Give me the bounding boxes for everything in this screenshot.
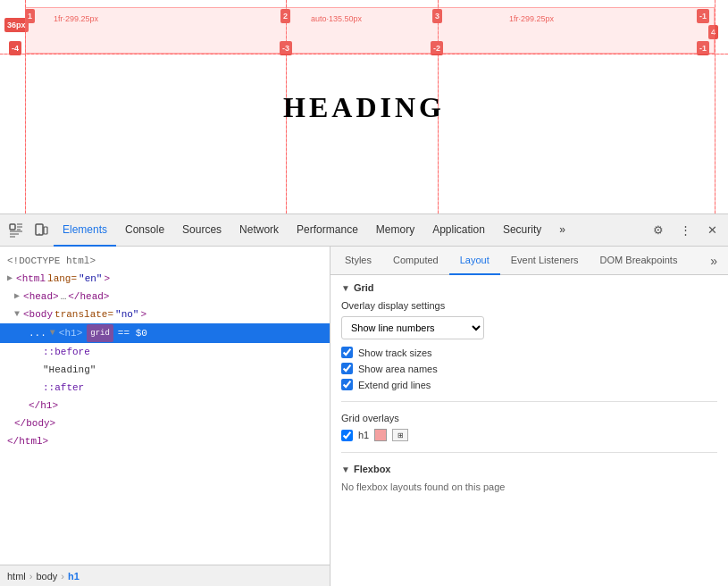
expand-arrow: ▶ bbox=[7, 271, 13, 287]
overlay-h1-checkbox[interactable] bbox=[341, 430, 353, 441]
html-tag-close: > bbox=[104, 271, 110, 287]
overlay-grid-icon[interactable]: ⊞ bbox=[392, 429, 408, 441]
breadcrumb-bar: html › body › h1 bbox=[0, 565, 330, 586]
panel-tabs: Styles Computed Layout Event Listeners D… bbox=[331, 247, 728, 275]
head-arrow: ▶ bbox=[14, 289, 20, 305]
line-numbers-dropdown[interactable]: Show line numbers Show track sizes Hide … bbox=[341, 316, 484, 339]
panel-tab-event-listeners[interactable]: Event Listeners bbox=[500, 247, 590, 275]
device-toggle-button[interactable] bbox=[29, 218, 54, 243]
h1-arrow: ▼ bbox=[50, 325, 55, 341]
lang-val: "en" bbox=[79, 271, 102, 287]
grid-section-header[interactable]: ▼ Grid bbox=[341, 282, 717, 293]
extend-grid-checkbox[interactable] bbox=[341, 379, 353, 390]
close-button[interactable]: ✕ bbox=[699, 218, 724, 243]
panel-tab-styles[interactable]: Styles bbox=[334, 247, 382, 275]
flexbox-section-title: Flexbox bbox=[354, 464, 391, 474]
breadcrumb-body[interactable]: body bbox=[36, 571, 57, 582]
preview-area: 36px 1fr·299.25px auto·135.50px 1fr·299.… bbox=[0, 0, 728, 214]
elem-doctype[interactable]: <!DOCTYPE html> bbox=[0, 252, 330, 270]
elem-body-close[interactable]: </body> bbox=[0, 414, 330, 432]
translate-attr: translate= bbox=[54, 306, 113, 322]
translate-val: "no" bbox=[115, 306, 138, 322]
overlay-color-swatch[interactable] bbox=[374, 429, 387, 441]
area-names-checkbox[interactable] bbox=[341, 363, 353, 374]
section-divider-1 bbox=[341, 401, 717, 402]
checkbox-track-sizes: Show track sizes bbox=[341, 347, 717, 358]
elem-head[interactable]: ▶ <head> … </head> bbox=[0, 288, 330, 306]
tab-performance[interactable]: Performance bbox=[288, 214, 367, 247]
lang-attr: lang= bbox=[47, 271, 77, 287]
breadcrumb-sep1: › bbox=[29, 571, 33, 582]
extend-grid-label: Extend grid lines bbox=[358, 380, 431, 390]
tab-security[interactable]: Security bbox=[494, 214, 550, 247]
area-names-label: Show area names bbox=[358, 364, 438, 374]
body-arrow: ▼ bbox=[14, 306, 20, 322]
panel-tab-more[interactable]: » bbox=[703, 254, 724, 268]
svg-point-3 bbox=[38, 233, 40, 235]
panel-tab-computed[interactable]: Computed bbox=[382, 247, 449, 275]
elements-panel: <!DOCTYPE html> ▶ <html lang= "en" > ▶ <… bbox=[0, 247, 331, 586]
tab-memory[interactable]: Memory bbox=[367, 214, 423, 247]
h1-equals: == $0 bbox=[118, 325, 147, 341]
elem-after[interactable]: ::after bbox=[0, 379, 330, 397]
head-ellipsis: … bbox=[61, 289, 67, 305]
tab-more[interactable]: » bbox=[550, 214, 574, 247]
h1-close-tag: </h1> bbox=[29, 398, 58, 414]
breadcrumb-html[interactable]: html bbox=[7, 571, 26, 582]
overlay-h1-row: h1 ⊞ bbox=[341, 429, 717, 441]
breadcrumb-sep2: › bbox=[61, 571, 64, 582]
svg-rect-0 bbox=[10, 224, 15, 230]
grid-line-h1 bbox=[0, 54, 728, 54]
settings-button[interactable]: ⚙ bbox=[646, 218, 671, 243]
more-options-button[interactable]: ⋮ bbox=[673, 218, 698, 243]
track-sizes-checkbox[interactable] bbox=[341, 347, 353, 358]
breadcrumb-h1[interactable]: h1 bbox=[68, 571, 79, 582]
elem-html[interactable]: ▶ <html lang= "en" > bbox=[0, 270, 330, 288]
tab-elements[interactable]: Elements bbox=[54, 214, 116, 247]
tab-application[interactable]: Application bbox=[423, 214, 494, 247]
checkbox-area-names: Show area names bbox=[341, 363, 717, 374]
dots-indicator: ... bbox=[29, 325, 46, 341]
toolbar-right-icons: ⚙ ⋮ ✕ bbox=[646, 218, 724, 243]
elem-h1[interactable]: ... ▼ <h1> grid == $0 bbox=[0, 323, 330, 343]
doctype-text: <!DOCTYPE html> bbox=[7, 253, 96, 269]
elem-html-close[interactable]: </html> bbox=[0, 432, 330, 450]
track-sizes-label: Show track sizes bbox=[358, 347, 432, 358]
devtools-panel: Elements Console Sources Network Perform… bbox=[0, 214, 728, 586]
body-tag: <body bbox=[23, 306, 53, 322]
element-picker-button[interactable] bbox=[4, 218, 29, 243]
html-tag: <html bbox=[16, 271, 46, 287]
head-close: </head> bbox=[68, 289, 109, 305]
elem-before[interactable]: ::before bbox=[0, 343, 330, 361]
body-tag-close: > bbox=[140, 306, 146, 322]
flexbox-section: ▼ Flexbox No flexbox layouts found on th… bbox=[341, 464, 717, 492]
elem-body[interactable]: ▼ <body translate= "no" > bbox=[0, 306, 330, 323]
right-panel: Styles Computed Layout Event Listeners D… bbox=[331, 247, 728, 586]
elements-content: <!DOCTYPE html> ▶ <html lang= "en" > ▶ <… bbox=[0, 247, 330, 565]
before-pseudo: ::before bbox=[43, 344, 90, 360]
grid-overlays-section: Grid overlays h1 ⊞ bbox=[341, 413, 717, 441]
overlay-settings-title: Overlay display settings bbox=[341, 300, 717, 311]
tab-sources[interactable]: Sources bbox=[173, 214, 230, 247]
devtools-toolbar: Elements Console Sources Network Perform… bbox=[0, 214, 728, 247]
grid-badge-neg4: -4 bbox=[9, 41, 21, 55]
grid-arrow: ▼ bbox=[341, 283, 350, 293]
tab-console[interactable]: Console bbox=[116, 214, 173, 247]
flexbox-arrow: ▼ bbox=[341, 465, 350, 474]
heading-text: HEADING bbox=[283, 90, 445, 123]
flexbox-section-header[interactable]: ▼ Flexbox bbox=[341, 464, 717, 474]
panel-tab-layout[interactable]: Layout bbox=[449, 247, 500, 275]
tab-network[interactable]: Network bbox=[230, 214, 288, 247]
no-flexbox-message: No flexbox layouts found on this page bbox=[341, 481, 717, 492]
heading-element-highlight bbox=[25, 7, 715, 54]
heading-textnode: "Heading" bbox=[43, 362, 96, 378]
h1-tag: <h1> bbox=[59, 325, 82, 341]
devtools-body: <!DOCTYPE html> ▶ <html lang= "en" > ▶ <… bbox=[0, 247, 728, 586]
overlay-h1-label: h1 bbox=[358, 430, 369, 440]
body-close-tag: </body> bbox=[14, 415, 55, 431]
checkbox-extend-grid: Extend grid lines bbox=[341, 379, 717, 390]
panel-tab-dom-breakpoints[interactable]: DOM Breakpoints bbox=[590, 247, 689, 275]
svg-rect-2 bbox=[44, 227, 47, 234]
elem-h1-close[interactable]: </h1> bbox=[0, 397, 330, 414]
elem-heading-text[interactable]: "Heading" bbox=[0, 361, 330, 379]
